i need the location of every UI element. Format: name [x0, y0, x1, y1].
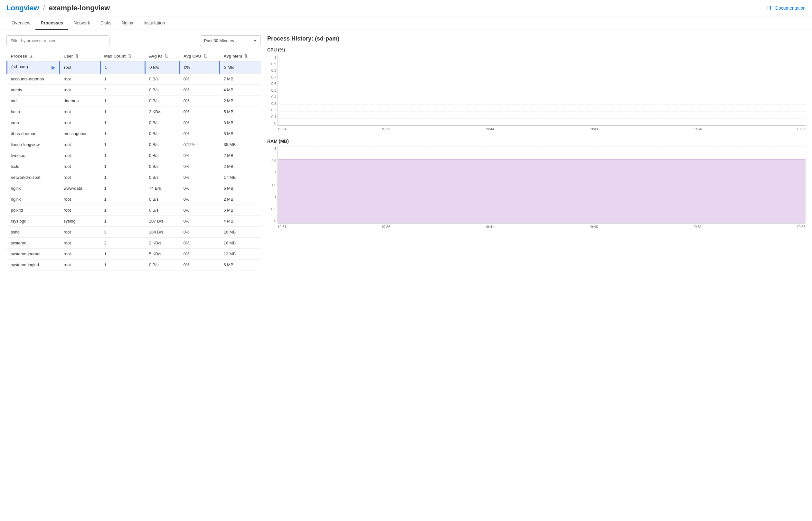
cell-process: networkd-dispat: [7, 172, 60, 183]
cell-avg_mem: 2 MB: [219, 194, 261, 205]
cell-max_count: 1: [101, 95, 145, 107]
cell-max_count: 1: [101, 62, 145, 74]
col-header-process[interactable]: Process ▲: [7, 51, 60, 62]
cell-max_count: 1: [101, 150, 145, 161]
cpu-y-label: 0.2: [267, 108, 276, 112]
table-row[interactable]: networkd-dispatroot10 B/s0%17 MB: [7, 172, 261, 183]
cell-avg_cpu: 0%: [180, 117, 220, 128]
process-panel: Past 30 Minutes Process ▲User ⇅Max Count…: [6, 36, 261, 270]
cell-process: dbus-daemon: [7, 128, 60, 139]
cell-avg_mem: 3 MB: [219, 117, 261, 128]
cell-avg_cpu: 0%: [180, 238, 220, 249]
table-row[interactable]: sshdroot3184 B/s0%16 MB: [7, 227, 261, 238]
ram-x-labels: 19:3119:3619:4119:4619:5119:56: [267, 225, 806, 229]
table-row[interactable]: nginxwww-data174 B/s0%6 MB: [7, 183, 261, 194]
cell-user: root: [60, 117, 101, 128]
table-row[interactable]: agettyroot20 B/s0%4 MB: [7, 85, 261, 95]
ram-x-label: 19:41: [485, 225, 494, 229]
col-header-avg-cpu[interactable]: Avg CPU ⇅: [180, 51, 220, 62]
cell-process: accounts-daemon: [7, 74, 60, 85]
cell-avg_cpu: 0.12%: [180, 139, 220, 150]
doc-label: Documentation: [775, 5, 806, 10]
ram-y-label: 0.5: [267, 207, 276, 211]
cell-avg_io: 74 B/s: [145, 183, 180, 194]
cpu-x-label: 19:49: [589, 127, 598, 131]
cell-user: syslog: [60, 216, 101, 227]
cell-process: agetty: [7, 85, 60, 95]
cell-avg_cpu: 0%: [180, 249, 220, 259]
table-row[interactable]: systemd-journalroot15 KB/s0%12 MB: [7, 249, 261, 259]
cell-avg_io: 107 B/s: [145, 216, 180, 227]
cell-process: bash: [7, 107, 60, 117]
cell-avg_io: 0 B/s: [145, 205, 180, 216]
ram-y-label: 0: [267, 219, 276, 223]
cell-avg_io: 0 B/s: [145, 194, 180, 205]
table-row[interactable]: polkitdroot10 B/s0%6 MB: [7, 205, 261, 216]
tab-network[interactable]: Network: [68, 16, 95, 30]
cell-max_count: 1: [101, 194, 145, 205]
cell-user: root: [60, 227, 101, 238]
cell-avg_mem: 17 MB: [219, 172, 261, 183]
time-select[interactable]: Past 30 Minutes: [200, 36, 261, 46]
table-row[interactable]: linode-longviewroot10 B/s0.12%35 MB: [7, 139, 261, 150]
tab-overview[interactable]: Overview: [6, 16, 36, 30]
tab-processes[interactable]: Processes: [36, 16, 68, 30]
tab-disks[interactable]: Disks: [95, 16, 116, 30]
instance-name: example-longview: [49, 4, 110, 12]
ram-chart-section: RAM (MB) 00.511.522.53 19:3119:3619:4119…: [267, 139, 806, 229]
cell-avg_io: 2 KB/s: [145, 107, 180, 117]
table-row[interactable]: accounts-daemonroot10 B/s0%7 MB: [7, 74, 261, 85]
col-header-max-count[interactable]: Max Count ⇅: [101, 51, 145, 62]
col-header-user[interactable]: User ⇅: [60, 51, 101, 62]
documentation-link[interactable]: Documentation: [768, 5, 806, 10]
table-row[interactable]: systemdroot22 KB/s0%16 MB: [7, 238, 261, 249]
cell-avg_io: 0 B/s: [145, 128, 180, 139]
ram-x-label: 19:56: [796, 225, 806, 229]
table-row[interactable]: rsyslogdsyslog1107 B/s0%4 MB: [7, 216, 261, 227]
ram-x-label: 19:46: [589, 225, 598, 229]
table-row[interactable]: (sd-pam)▶root10 B/s0%3 MB: [7, 62, 261, 74]
cell-avg_io: 5 KB/s: [145, 249, 180, 259]
table-row[interactable]: bashroot12 KB/s0%5 MB: [7, 107, 261, 117]
header: Longview / example-longview Documentatio…: [0, 0, 812, 16]
time-select-value: Past 30 Minutes: [204, 38, 234, 43]
cell-max_count: 1: [101, 139, 145, 150]
cell-avg_io: 0 B/s: [145, 150, 180, 161]
cell-process: nginx: [7, 183, 60, 194]
brand-name[interactable]: Longview: [6, 4, 39, 12]
cell-user: root: [60, 161, 101, 172]
cell-avg_cpu: 0%: [180, 205, 220, 216]
cpu-y-labels: 00.10.20.30.40.50.60.70.80.91: [267, 55, 278, 126]
cell-avg_io: 0 B/s: [145, 95, 180, 107]
table-row[interactable]: cronroot10 B/s0%3 MB: [7, 117, 261, 128]
book-icon: [768, 6, 773, 10]
filter-input[interactable]: [6, 36, 109, 46]
cell-avg_mem: 7 MB: [219, 74, 261, 85]
cell-avg_cpu: 0%: [180, 194, 220, 205]
cpu-y-label: 0.4: [267, 95, 276, 99]
cpu-y-label: 0.1: [267, 115, 276, 119]
table-row[interactable]: lxcfsroot10 B/s0%2 MB: [7, 161, 261, 172]
cell-user: root: [60, 238, 101, 249]
cell-max_count: 1: [101, 183, 145, 194]
cell-process: sshd: [7, 227, 60, 238]
cell-avg_io: 0 B/s: [145, 259, 180, 270]
cell-avg_cpu: 0%: [180, 161, 220, 172]
cell-user: messagebus: [60, 128, 101, 139]
cell-user: root: [60, 74, 101, 85]
col-header-avg-io[interactable]: Avg IO ⇅: [145, 51, 180, 62]
cell-user: root: [60, 107, 101, 117]
cell-user: root: [60, 139, 101, 150]
table-row[interactable]: dbus-daemonmessagebus10 B/s0%5 MB: [7, 128, 261, 139]
tab-installation[interactable]: Installation: [138, 16, 170, 30]
cell-user: www-data: [60, 183, 101, 194]
ram-y-label: 1: [267, 195, 276, 199]
table-row[interactable]: lvmetadroot10 B/s0%2 MB: [7, 150, 261, 161]
table-row[interactable]: atddaemon10 B/s0%2 MB: [7, 95, 261, 107]
col-header-avg-mem[interactable]: Avg Mem ⇅: [219, 51, 261, 62]
cell-user: root: [60, 150, 101, 161]
table-row[interactable]: nginxroot10 B/s0%2 MB: [7, 194, 261, 205]
cell-process: systemd-logind: [7, 259, 60, 270]
table-row[interactable]: systemd-logindroot10 B/s0%6 MB: [7, 259, 261, 270]
tab-nginx[interactable]: Nginx: [116, 16, 138, 30]
